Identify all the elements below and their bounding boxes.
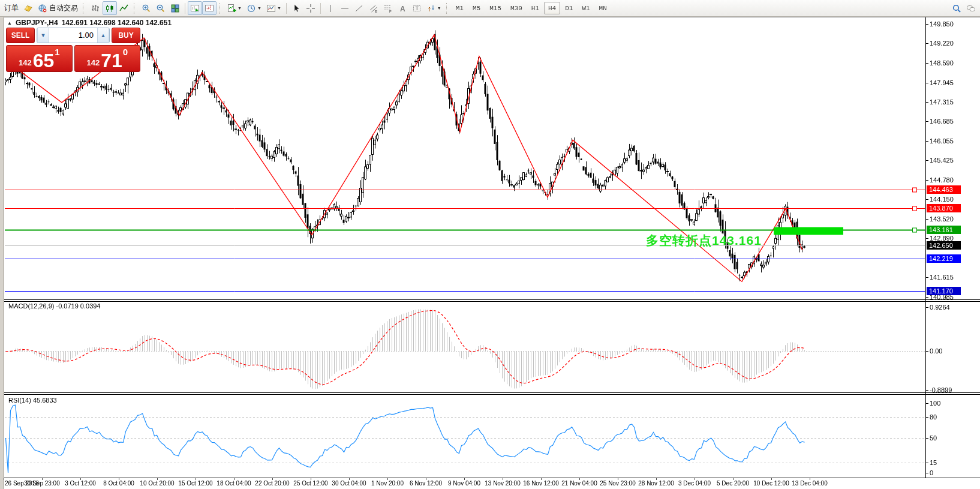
chart-border: [4, 17, 980, 17]
tab-timeframe-m1[interactable]: M1: [452, 2, 468, 14]
tab-timeframe-d1[interactable]: D1: [561, 2, 577, 14]
volume-input[interactable]: 1.00: [49, 28, 97, 43]
horizontal-line-button[interactable]: [338, 1, 352, 15]
tab-timeframe-mn[interactable]: MN: [595, 2, 611, 14]
time-tick-label: 10 Oct 20:00: [140, 480, 174, 487]
sell-price-button[interactable]: 142651: [6, 45, 73, 72]
add-indicator-icon: [227, 4, 236, 13]
price-tick-label: 149.850: [930, 20, 954, 28]
arrows-tool-icon: [426, 4, 436, 13]
toolbar-grip: [446, 3, 450, 14]
one-click-trading-panel: SELL ▼ 1.00 ▲ BUY 142651 142710: [6, 28, 140, 72]
equidistant-channel-button[interactable]: E: [366, 1, 381, 15]
main-toolbar: 订单 自动交易 ▼ ▼ ▼: [0, 0, 980, 17]
time-tick-mark: [656, 478, 657, 480]
crosshair-button[interactable]: [303, 1, 318, 15]
price-tick-label: 147.945: [930, 79, 954, 87]
vertical-line-icon: [326, 4, 335, 13]
candlestick-icon: [105, 4, 115, 13]
trendline-button[interactable]: [352, 1, 366, 15]
window-edge: [0, 17, 4, 489]
gold-icon: [23, 4, 33, 13]
auto-scroll-button[interactable]: [188, 1, 202, 15]
buy-price-button[interactable]: 142710: [74, 45, 141, 72]
rsi-tick-label: 50: [930, 434, 937, 442]
search-button[interactable]: [949, 1, 964, 15]
time-tick-label: 28 Nov 12:00: [638, 480, 674, 487]
time-tick-label: 3 Dec 04:00: [678, 480, 711, 487]
new-order-label: 订单: [4, 3, 19, 13]
collapse-panel-icon[interactable]: ▲: [7, 20, 12, 26]
search-icon: [952, 4, 961, 13]
mql-market-button[interactable]: [21, 1, 35, 15]
chart-shift-button[interactable]: [202, 1, 217, 15]
bar-chart-button[interactable]: [88, 1, 103, 15]
time-tick-label: 15 Oct 12:00: [178, 480, 212, 487]
autotrading-label: 自动交易: [49, 3, 78, 13]
time-tick-label: 1 Nov 20:00: [371, 480, 404, 487]
fibonacci-icon: F: [383, 4, 393, 13]
horizontal-line-icon: [340, 4, 350, 13]
time-tick-label: 21 Nov 04:00: [561, 480, 597, 487]
pivot-annotation: 多空转折点143.161: [646, 232, 762, 249]
time-tick-mark: [503, 478, 503, 480]
tab-timeframe-h1[interactable]: H1: [527, 2, 543, 14]
tile-windows-button[interactable]: [168, 1, 182, 15]
volume-decrease-button[interactable]: ▼: [37, 28, 49, 43]
line-chart-button[interactable]: [117, 1, 131, 15]
time-tick-mark: [311, 478, 311, 480]
time-tick-mark: [541, 478, 542, 480]
channel-icon: E: [369, 4, 378, 13]
zoom-in-button[interactable]: [139, 1, 154, 15]
magnifier-plus-icon: [142, 4, 151, 13]
time-tick-mark: [272, 478, 273, 480]
tab-timeframe-m5[interactable]: M5: [468, 2, 485, 14]
new-order-button[interactable]: 订单: [2, 1, 21, 15]
time-axis[interactable]: 26 Sep 201830 Sep 23:003 Oct 12:008 Oct …: [4, 478, 925, 489]
price-tick-label: 144.150: [930, 195, 954, 203]
cursor-button[interactable]: [289, 1, 303, 15]
buy-price-point: 0: [123, 47, 128, 57]
candlestick-chart-button[interactable]: [103, 1, 117, 15]
price-chart-canvas[interactable]: [4, 0, 925, 489]
toolbar-grip: [83, 3, 86, 14]
buy-button[interactable]: BUY: [112, 28, 140, 43]
tab-timeframe-h4[interactable]: H4: [544, 2, 560, 14]
rsi-tick-label: 100: [930, 399, 940, 407]
price-level-badge: 144.463: [927, 185, 961, 194]
price-level-badge: 142.219: [927, 254, 961, 263]
tab-timeframe-w1[interactable]: W1: [578, 2, 594, 14]
toolbar-separator: [320, 3, 321, 14]
clock-icon: [246, 4, 256, 13]
time-tick-label: 6 Nov 12:00: [410, 480, 442, 487]
line-chart-icon: [119, 4, 129, 13]
volume-increase-button[interactable]: ▲: [97, 28, 109, 43]
time-tick-label: 13 Dec 04:00: [792, 480, 828, 487]
time-tick-label: 18 Oct 04:00: [217, 480, 251, 487]
svg-text:T: T: [415, 5, 419, 11]
chevron-down-icon: ▼: [238, 6, 242, 10]
pane-separator[interactable]: [4, 392, 980, 395]
indicators-button[interactable]: ▼: [224, 1, 244, 15]
tab-timeframe-m15[interactable]: M15: [485, 2, 506, 14]
arrows-tool-button[interactable]: ▼: [424, 1, 444, 15]
autotrading-button[interactable]: 自动交易: [35, 1, 80, 15]
time-tick-mark: [771, 478, 772, 480]
text-tool-button[interactable]: A: [395, 1, 410, 15]
time-tick-label: 16 Nov 12:00: [523, 480, 559, 487]
sell-button[interactable]: SELL: [6, 28, 35, 43]
tab-timeframe-m30[interactable]: M30: [506, 2, 527, 14]
template-icon: [266, 4, 276, 13]
price-axis[interactable]: 149.850149.220148.590147.945147.315146.6…: [925, 17, 980, 478]
periods-button[interactable]: ▼: [244, 1, 264, 15]
buy-price-pips: 71: [101, 53, 122, 69]
templates-button[interactable]: ▼: [264, 1, 284, 15]
pane-separator[interactable]: [4, 299, 980, 302]
text-label-button[interactable]: T: [410, 1, 424, 15]
chat-button[interactable]: [964, 1, 978, 15]
time-tick-mark: [387, 478, 388, 480]
vertical-line-button[interactable]: [323, 1, 338, 15]
fibonacci-button[interactable]: F: [381, 1, 395, 15]
zoom-out-button[interactable]: [154, 1, 168, 15]
auto-scroll-icon: [190, 4, 200, 13]
